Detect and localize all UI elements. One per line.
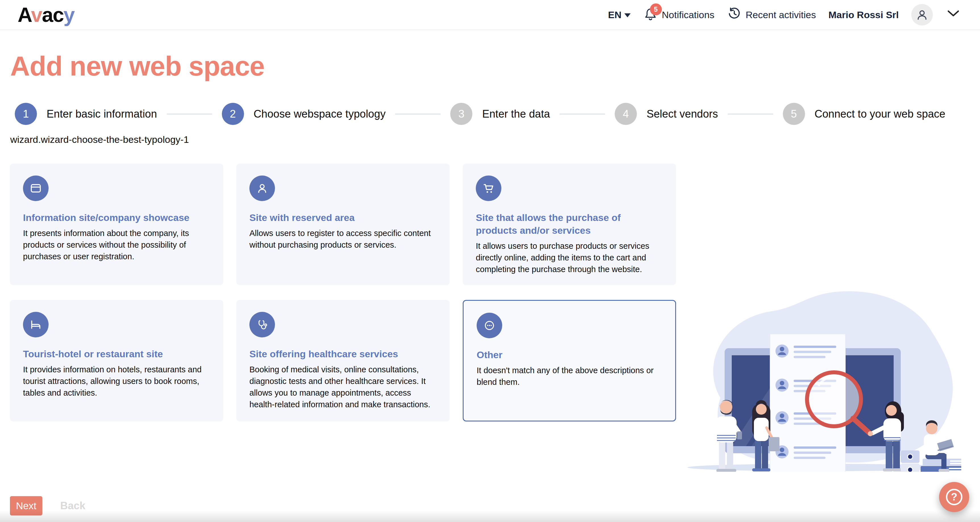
step-number: 3	[450, 103, 473, 125]
logo-letter: y	[64, 3, 74, 26]
card-title: Site that allows the purchase of product…	[476, 211, 663, 237]
card-description: It allows users to purchase products or …	[476, 240, 663, 275]
step-enter-basic-information[interactable]: 1 Enter basic information	[15, 103, 157, 125]
shopping-cart-icon	[476, 175, 501, 201]
notifications-button[interactable]: 5 Notifications	[643, 7, 714, 23]
language-selector[interactable]: EN	[608, 10, 631, 21]
top-bar: Avacy EN 5 Notifications	[0, 0, 980, 30]
question-mark-icon: ?	[946, 489, 963, 505]
card-title: Other	[477, 349, 662, 361]
card-description: It doesn't match any of the above descri…	[477, 364, 662, 388]
step-choose-webspace-typology[interactable]: 2 Choose webspace typology	[222, 103, 386, 125]
history-icon	[727, 6, 742, 23]
avacy-logo[interactable]: Avacy	[18, 3, 75, 26]
step-connector	[167, 114, 212, 115]
card-description: Allows users to register to access speci…	[250, 228, 437, 251]
back-button[interactable]: Back	[60, 496, 85, 516]
step-number: 1	[15, 103, 37, 125]
step-connector	[395, 114, 441, 115]
step-label: Choose webspace typology	[254, 108, 386, 120]
step-connector	[728, 114, 773, 115]
step-label: Connect to your web space	[815, 108, 946, 120]
step-number: 2	[222, 103, 244, 125]
typology-card-grid: Information site/company showcase It pre…	[10, 164, 676, 422]
bed-icon	[23, 312, 49, 337]
logo-letter: A	[18, 3, 31, 26]
notification-badge: 5	[650, 3, 662, 15]
step-connector	[560, 114, 605, 115]
chevron-down-icon[interactable]	[945, 7, 961, 22]
bell-icon: 5	[643, 7, 658, 23]
step-connect-to-web-space[interactable]: 5 Connect to your web space	[783, 103, 946, 125]
step-label: Enter basic information	[46, 108, 157, 120]
card-healthcare-site[interactable]: Site offering healthcare services Bookin…	[236, 300, 450, 422]
header-actions: EN 5 Notifications	[608, 4, 961, 25]
language-code: EN	[608, 10, 622, 21]
user-icon	[250, 175, 275, 201]
card-description: It provides information on hotels, resta…	[23, 364, 210, 399]
stethoscope-icon	[250, 312, 275, 337]
account-name[interactable]: Mario Rossi Srl	[828, 10, 899, 21]
card-title: Site offering healthcare services	[250, 348, 437, 360]
caret-down-icon	[624, 13, 631, 18]
recent-activities-label: Recent activities	[746, 10, 816, 21]
ellipsis-circle-icon	[477, 313, 502, 338]
card-other[interactable]: Other It doesn't match any of the above …	[463, 300, 676, 422]
page: Avacy EN 5 Notifications	[0, 0, 980, 522]
browser-window-icon	[23, 175, 49, 201]
page-title: Add new web space	[10, 51, 264, 82]
card-description: It presents information about the compan…	[23, 228, 210, 263]
help-button[interactable]: ?	[939, 482, 969, 512]
next-button[interactable]: Next	[10, 496, 42, 516]
wizard-stepper: 1 Enter basic information 2 Choose websp…	[15, 103, 945, 125]
card-title: Tourist-hotel or restaurant site	[23, 348, 210, 360]
step-label: Select vendors	[646, 108, 718, 120]
step-select-vendors[interactable]: 4 Select vendors	[615, 103, 718, 125]
avatar[interactable]	[911, 4, 933, 25]
wizard-subtitle-key: wizard.wizard-choose-the-best-typology-1	[10, 134, 189, 145]
step-label: Enter the data	[482, 108, 550, 120]
card-information-site[interactable]: Information site/company showcase It pre…	[10, 164, 223, 285]
bottom-shadow	[0, 511, 980, 522]
recent-activities-button[interactable]: Recent activities	[727, 6, 816, 23]
card-reserved-area-site[interactable]: Site with reserved area Allows users to …	[236, 164, 450, 285]
notifications-label: Notifications	[662, 10, 714, 21]
card-title: Information site/company showcase	[23, 211, 210, 224]
card-description: Booking of medical visits, online consul…	[250, 364, 437, 411]
person-icon	[915, 7, 929, 22]
logo-letter: ac	[42, 3, 64, 26]
step-number: 5	[783, 103, 805, 125]
step-enter-the-data[interactable]: 3 Enter the data	[450, 103, 550, 125]
card-tourist-hotel-site[interactable]: Tourist-hotel or restaurant site It prov…	[10, 300, 223, 422]
step-number: 4	[615, 103, 637, 125]
card-ecommerce-site[interactable]: Site that allows the purchase of product…	[463, 164, 676, 285]
people-search-illustration	[681, 284, 961, 472]
logo-letter: v	[31, 3, 42, 26]
card-title: Site with reserved area	[250, 211, 437, 224]
